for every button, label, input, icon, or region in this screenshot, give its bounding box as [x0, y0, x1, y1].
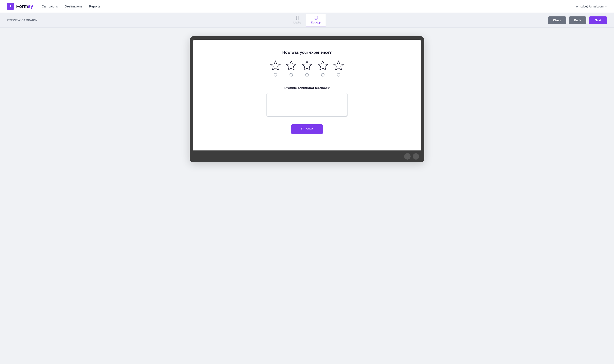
view-desktop-btn[interactable]: Desktop — [306, 14, 326, 26]
user-chevron-icon: ▼ — [605, 5, 607, 8]
feedback-textarea[interactable] — [266, 93, 348, 117]
star-radio-5[interactable] — [337, 73, 340, 77]
mockup-dot-1 — [404, 153, 411, 160]
star-radio-1[interactable] — [274, 73, 277, 77]
mockup-footer — [190, 150, 424, 162]
nav-links: Campaigns Destinations Reports — [41, 4, 100, 8]
close-button[interactable]: Close — [548, 16, 566, 24]
mockup-screen: How was your experience? — [193, 40, 421, 150]
logo-icon: F — [7, 3, 14, 10]
mockup-dot-2 — [413, 153, 419, 160]
star-3-icon[interactable] — [301, 60, 313, 71]
view-mobile-label: Mobile — [293, 21, 301, 24]
nav-destinations[interactable]: Destinations — [65, 4, 82, 8]
logo-text: Formsy — [16, 4, 33, 9]
star-4-icon[interactable] — [317, 60, 328, 71]
main-content: How was your experience? — [0, 28, 614, 171]
submit-button[interactable]: Submit — [291, 124, 323, 134]
user-email: john.doe@gmail.com — [575, 5, 603, 8]
navbar: F Formsy Campaigns Destinations Reports … — [0, 0, 614, 13]
star-2-icon[interactable] — [286, 60, 297, 71]
star-radio-2[interactable] — [289, 73, 293, 77]
star-item-1 — [270, 60, 281, 77]
star-item-2 — [286, 60, 297, 77]
desktop-icon — [314, 15, 318, 20]
preview-header: PREVIEW CAMPAIGN Mobile Desktop Close Ba… — [0, 13, 614, 28]
preview-label: PREVIEW CAMPAIGN — [7, 19, 38, 22]
view-toggle: Mobile Desktop — [288, 14, 326, 26]
star-rating-row — [270, 60, 344, 77]
star-5-icon[interactable] — [333, 60, 344, 71]
star-1-icon[interactable] — [270, 60, 281, 71]
mobile-icon — [295, 15, 300, 20]
star-radio-3[interactable] — [305, 73, 309, 77]
back-button[interactable]: Back — [569, 16, 586, 24]
svg-rect-2 — [314, 16, 318, 19]
logo[interactable]: F Formsy — [7, 3, 33, 10]
view-mobile-btn[interactable]: Mobile — [288, 14, 306, 26]
view-desktop-label: Desktop — [311, 21, 321, 24]
user-menu[interactable]: john.doe@gmail.com ▼ — [575, 5, 607, 8]
star-item-4 — [317, 60, 328, 77]
feedback-label: Provide additional feedback — [284, 86, 330, 90]
preview-actions: Close Back Next — [548, 16, 607, 24]
nav-reports[interactable]: Reports — [89, 4, 100, 8]
star-item-3 — [301, 60, 313, 77]
desktop-mockup: How was your experience? — [190, 36, 424, 162]
star-item-5 — [333, 60, 344, 77]
star-radio-4[interactable] — [321, 73, 325, 77]
nav-campaigns[interactable]: Campaigns — [41, 4, 58, 8]
next-button[interactable]: Next — [589, 16, 607, 24]
rating-question: How was your experience? — [282, 50, 331, 55]
feedback-section: Provide additional feedback — [266, 86, 348, 117]
